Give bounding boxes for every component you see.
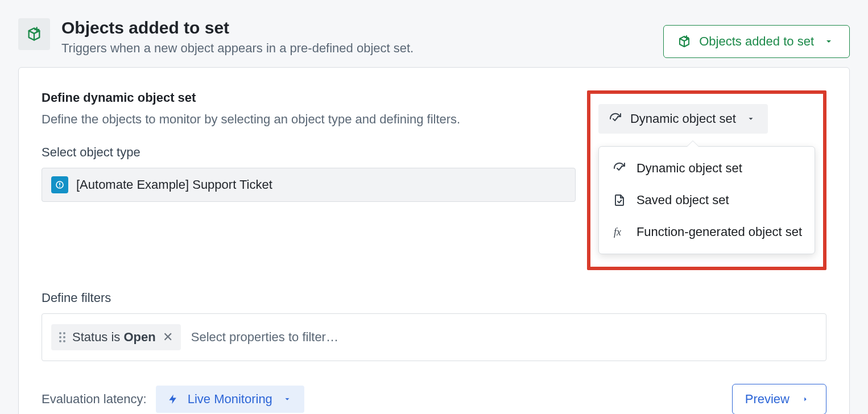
define-filters-label: Define filters — [42, 291, 826, 305]
object-set-type-trigger[interactable]: Dynamic object set — [598, 104, 768, 134]
preview-button-label: Preview — [745, 392, 790, 407]
refresh-check-icon — [611, 160, 627, 176]
menu-item-label: Saved object set — [636, 193, 729, 208]
object-set-type-menu: Dynamic object set Saved object set — [598, 146, 815, 254]
menu-item-label: Function-generated object set — [636, 225, 802, 239]
menu-item-saved-object-set[interactable]: Saved object set — [602, 184, 811, 216]
object-type-select[interactable]: [Automate Example] Support Ticket — [42, 168, 576, 202]
evaluation-latency-label: Evaluation latency: — [42, 392, 147, 407]
filters-input[interactable]: Status is Open ✕ Select properties to fi… — [42, 313, 826, 361]
object-set-type-region: Dynamic object set Dynamic object — [587, 90, 826, 270]
drag-handle-icon — [59, 332, 65, 342]
config-card: Define dynamic object set Define the obj… — [18, 67, 850, 414]
object-type-icon — [51, 176, 68, 193]
svg-text:fx: fx — [614, 226, 621, 238]
function-fx-icon: fx — [611, 224, 627, 240]
evaluation-latency-select[interactable]: Live Monitoring — [156, 386, 304, 413]
filter-chip-prefix: Status is — [72, 330, 123, 344]
close-icon[interactable]: ✕ — [163, 330, 173, 345]
objects-added-button[interactable]: Objects added to set — [663, 25, 850, 58]
menu-item-dynamic-object-set[interactable]: Dynamic object set — [602, 152, 811, 184]
select-object-type-label: Select object type — [42, 145, 576, 160]
preview-button[interactable]: Preview — [732, 384, 826, 414]
section-title: Define dynamic object set — [42, 90, 576, 105]
caret-right-icon — [797, 391, 813, 407]
filter-chip-value: Open — [123, 330, 155, 344]
cube-add-icon — [676, 34, 692, 49]
evaluation-latency: Evaluation latency: Live Monitoring — [42, 386, 304, 413]
header-icon-box — [18, 18, 50, 50]
page-description: Triggers when a new object appears in a … — [61, 41, 652, 56]
filter-placeholder: Select properties to filter… — [191, 330, 338, 345]
svg-point-2 — [59, 186, 60, 187]
caret-down-icon — [743, 111, 759, 127]
cube-add-icon — [26, 26, 42, 42]
section-description: Define the objects to monitor by selecti… — [42, 112, 576, 127]
file-check-icon — [611, 192, 627, 208]
object-type-value: [Automate Example] Support Ticket — [76, 177, 272, 192]
page-title: Objects added to set — [61, 18, 652, 38]
menu-item-label: Dynamic object set — [636, 161, 742, 176]
menu-item-function-generated-object-set[interactable]: fx Function-generated object set — [602, 216, 811, 248]
objects-added-button-label: Objects added to set — [699, 34, 814, 49]
lightning-icon — [165, 391, 181, 407]
filter-chip-status[interactable]: Status is Open ✕ — [51, 324, 181, 350]
caret-down-icon — [821, 34, 837, 49]
page-header: Objects added to set Triggers when a new… — [18, 18, 850, 58]
caret-down-icon — [279, 391, 295, 407]
object-set-type-trigger-label: Dynamic object set — [630, 111, 736, 126]
evaluation-latency-value: Live Monitoring — [188, 392, 272, 407]
refresh-check-icon — [607, 111, 623, 127]
